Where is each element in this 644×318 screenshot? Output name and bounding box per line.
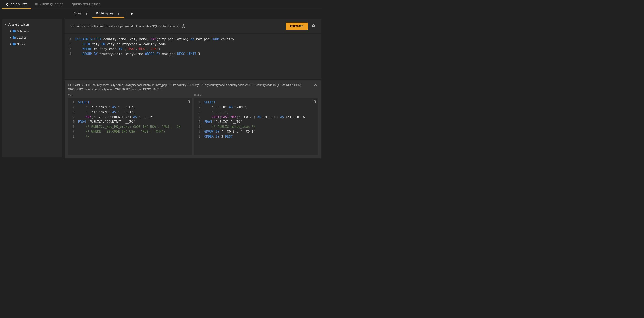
tree-schemas[interactable]: Schemas — [2, 28, 62, 34]
line-number: 2 — [65, 42, 75, 47]
execute-button[interactable]: EXECUTE — [286, 23, 308, 30]
gear-icon[interactable] — [312, 24, 316, 29]
query-tab-label: Explain query — [96, 12, 114, 15]
tab-queries-list[interactable]: QUERIES LIST — [2, 0, 31, 9]
main: Query ⋮ Explain query ⋮ + You can intera… — [64, 9, 322, 159]
line-number: 3 — [65, 47, 75, 52]
info-text: You can interact with current cluster as… — [70, 25, 180, 28]
map-panel: Map 1SELECT 2 "__Z0"."NAME" AS "__C0_0",… — [68, 94, 192, 155]
info-bar: You can interact with current cluster as… — [65, 19, 322, 33]
tree-nodes-label: Nodes — [17, 43, 25, 46]
tree-cluster[interactable]: angry_wilson — [2, 21, 62, 28]
copy-icon[interactable] — [187, 100, 190, 104]
help-icon[interactable]: ? — [182, 25, 186, 28]
copy-icon[interactable] — [313, 100, 316, 104]
query-tabs: Query ⋮ Explain query ⋮ + — [64, 9, 322, 18]
top-tabs: QUERIES LIST RUNNING QUERIES QUERY STATI… — [0, 0, 322, 9]
cluster-icon — [8, 23, 11, 26]
tree-panel: angry_wilson Schemas Caches Nodes — [2, 19, 62, 157]
results-panel: EXPLAIN SELECT country.name, city.name, … — [65, 80, 322, 158]
folder-icon — [12, 37, 16, 39]
kebab-icon[interactable]: ⋮ — [84, 11, 89, 16]
chevron-right-icon — [10, 37, 12, 39]
tree-cluster-label: angry_wilson — [12, 23, 29, 26]
tree-caches-label: Caches — [17, 36, 26, 39]
sql-editor[interactable]: 1EXPLAIN SELECT country.name, city.name,… — [65, 34, 322, 79]
query-tab-label: Query — [74, 12, 82, 15]
chevron-up-icon[interactable] — [314, 84, 318, 88]
query-tab-explain[interactable]: Explain query ⋮ — [92, 9, 124, 18]
reduce-label: Reduce — [194, 94, 318, 97]
tree-schemas-label: Schemas — [17, 30, 29, 33]
query-tab-query[interactable]: Query ⋮ — [70, 9, 92, 18]
result-header-text: EXPLAIN SELECT country.name, city.name, … — [68, 83, 312, 91]
tree-caches[interactable]: Caches — [2, 34, 62, 41]
line-number: 1 — [65, 37, 75, 42]
chevron-right-icon — [10, 30, 12, 32]
add-tab-button[interactable]: + — [128, 12, 135, 16]
folder-icon — [12, 30, 16, 32]
kebab-icon[interactable]: ⋮ — [116, 11, 121, 16]
tab-running-queries[interactable]: RUNNING QUERIES — [31, 0, 68, 9]
folder-icon — [12, 43, 16, 45]
chevron-down-icon — [4, 24, 6, 25]
map-code[interactable]: 1SELECT 2 "__Z0"."NAME" AS "__C0_0", 3 "… — [68, 98, 192, 155]
reduce-panel: Reduce 1SELECT 2 "__C0_0" AS "NAME", 3 "… — [194, 94, 318, 155]
tab-query-statistics[interactable]: QUERY STATISTICS — [68, 0, 104, 9]
divider — [126, 11, 126, 16]
sidebar: angry_wilson Schemas Caches Nodes — [0, 9, 64, 159]
tree-nodes[interactable]: Nodes — [2, 41, 62, 47]
reduce-code[interactable]: 1SELECT 2 "__C0_0" AS "NAME", 3 "__C0_1"… — [194, 98, 318, 155]
map-label: Map — [68, 94, 192, 97]
chevron-right-icon — [10, 43, 12, 45]
line-number: 4 — [65, 52, 75, 56]
